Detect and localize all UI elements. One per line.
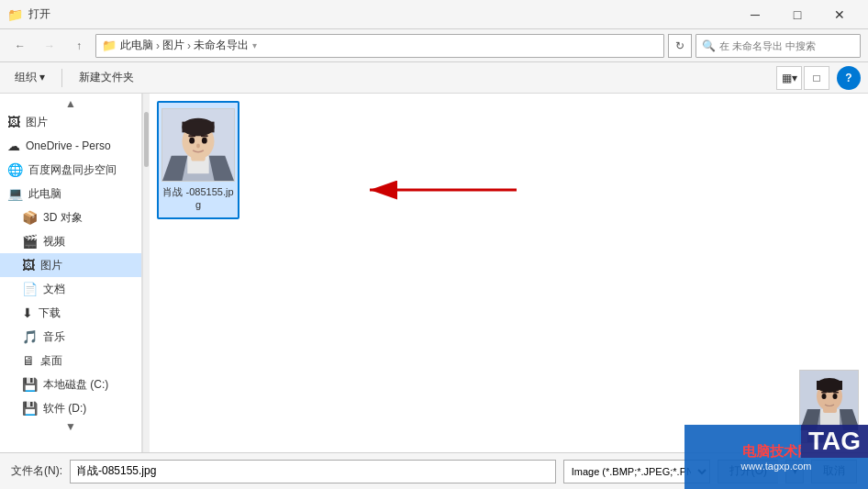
picture-icon: 🖼 — [22, 258, 35, 272]
sidebar-item-pictures2[interactable]: 🖼 图片 — [0, 253, 141, 277]
refresh-button[interactable]: ↻ — [668, 34, 692, 58]
sidebar-item-videos[interactable]: 🎬 视频 — [0, 229, 141, 253]
music-icon: 🎵 — [22, 329, 38, 344]
file-item[interactable]: 肖战 -085155.jpg — [157, 101, 239, 219]
3d-icon: 📦 — [22, 210, 38, 225]
file-grid: 肖战 -085155.jpg — [157, 101, 861, 219]
title-bar: 📁 打开 ─ □ ✕ — [0, 0, 868, 29]
maximize-button[interactable]: □ — [776, 0, 818, 29]
svg-point-13 — [196, 144, 200, 149]
disk-icon: 💾 — [22, 377, 38, 392]
sidebar-item-label: 3D 对象 — [43, 210, 134, 226]
sidebar-item-label: 图片 — [26, 115, 134, 130]
toolbar: 组织 ▾ 新建文件夹 ▦▾ □ ? — [0, 62, 868, 94]
svg-rect-12 — [201, 135, 208, 137]
sidebar-item-downloads[interactable]: ⬇ 下载 — [0, 301, 141, 325]
sidebar-item-label: 音乐 — [43, 329, 134, 345]
svg-point-10 — [202, 138, 207, 144]
sidebar-item-label: 桌面 — [40, 353, 134, 369]
svg-point-9 — [189, 138, 195, 144]
window-icon: 📁 — [7, 7, 23, 22]
onedrive-icon: ☁ — [7, 139, 20, 153]
sidebar-item-3dobjects[interactable]: 📦 3D 对象 — [0, 206, 141, 229]
drive-icon: 💾 — [22, 401, 38, 416]
address-bar: ← → ↑ 📁 此电脑 › 图片 › 未命名导出 ▾ ↻ 🔍 — [0, 29, 868, 62]
video-icon: 🎬 — [22, 234, 38, 249]
sidebar-item-label: OneDrive - Perso — [26, 139, 134, 152]
svg-rect-11 — [188, 135, 195, 137]
sidebar-item-software[interactable]: 💾 软件 (D:) — [0, 396, 141, 420]
thispc-icon: 💻 — [7, 186, 23, 201]
open-button[interactable]: 打开(O) — [718, 460, 778, 483]
address-box[interactable]: 📁 此电脑 › 图片 › 未命名导出 ▾ — [95, 34, 664, 58]
file-preview-svg — [162, 108, 234, 182]
sidebar-item-documents[interactable]: 📄 文档 — [0, 277, 141, 301]
sidebar-item-onedrive[interactable]: ☁ OneDrive - Perso — [0, 134, 141, 158]
preview-thumbnail — [799, 370, 859, 443]
search-icon: 🔍 — [702, 39, 716, 52]
svg-rect-8 — [182, 122, 214, 133]
file-thumbnail — [161, 108, 235, 182]
view-options-button[interactable]: ▦▾ — [776, 66, 802, 90]
sidebar-item-label: 文档 — [43, 282, 134, 297]
minimize-button[interactable]: ─ — [734, 0, 776, 29]
doc-icon: 📄 — [22, 282, 38, 296]
svg-point-25 — [822, 394, 827, 399]
close-button[interactable]: ✕ — [818, 0, 861, 29]
pane-button[interactable]: □ — [804, 66, 829, 90]
cancel-button[interactable]: 取消 — [811, 460, 857, 483]
breadcrumb-pictures: 图片 — [162, 38, 184, 53]
sidebar-item-thispc[interactable]: 💻 此电脑 — [0, 182, 141, 206]
sidebar-item-label: 软件 (D:) — [43, 401, 134, 417]
sidebar-item-music[interactable]: 🎵 音乐 — [0, 325, 141, 349]
desktop-icon: 🖥 — [22, 353, 35, 368]
pictures-icon: 🖼 — [7, 115, 20, 129]
breadcrumb-thispc: 此电脑 — [120, 38, 153, 53]
new-folder-button[interactable]: 新建文件夹 — [72, 66, 141, 90]
svg-rect-27 — [821, 392, 827, 394]
filename-label: 文件名(N): — [11, 463, 62, 479]
help-button[interactable]: ? — [837, 66, 861, 90]
sidebar-item-baidu[interactable]: 🌐 百度网盘同步空间 — [0, 158, 141, 182]
filename-input[interactable] — [70, 460, 556, 483]
download-icon: ⬇ — [22, 306, 33, 320]
baidu-icon: 🌐 — [7, 162, 23, 177]
sidebar-item-desktop[interactable]: 🖥 桌面 — [0, 349, 141, 372]
svg-rect-28 — [833, 392, 839, 394]
sidebar-item-localdisk[interactable]: 💾 本地磁盘 (C:) — [0, 372, 141, 396]
up-button[interactable]: ↑ — [66, 33, 92, 59]
svg-rect-24 — [817, 381, 842, 390]
open-dropdown-button[interactable]: ▾ — [785, 460, 804, 483]
main-area: ▲ 🖼 图片 ☁ OneDrive - Perso 🌐 百度网盘同步空间 💻 此… — [0, 94, 868, 452]
scrollbar-thumb[interactable] — [144, 112, 149, 167]
sidebar-item-label: 百度网盘同步空间 — [28, 162, 134, 178]
sidebar-item-label: 此电脑 — [28, 186, 134, 202]
window-controls: ─ □ ✕ — [734, 0, 861, 29]
window-title: 打开 — [28, 6, 734, 22]
toolbar-separator — [61, 69, 62, 87]
file-area: 肖战 -085155.jpg — [150, 94, 868, 452]
svg-point-26 — [833, 394, 838, 399]
sidebar-scroll-up[interactable]: ▲ — [0, 97, 141, 110]
file-name: 肖战 -085155.jpg — [162, 185, 234, 212]
search-box: 🔍 — [696, 34, 861, 58]
sidebar-scroll-down[interactable]: ▼ — [0, 420, 141, 433]
bottom-bar: 文件名(N): Image (*.BMP;*.JPEG;*.PNG;*.t 打开… — [0, 452, 868, 489]
forward-button[interactable]: → — [37, 33, 62, 59]
filetype-select[interactable]: Image (*.BMP;*.JPEG;*.PNG;*.t — [563, 460, 710, 483]
organize-button[interactable]: 组织 ▾ — [7, 66, 52, 90]
sidebar-item-pictures[interactable]: 🖼 图片 — [0, 110, 141, 134]
sidebar: ▲ 🖼 图片 ☁ OneDrive - Perso 🌐 百度网盘同步空间 💻 此… — [0, 94, 142, 452]
sidebar-scrollbar[interactable] — [142, 94, 150, 452]
back-button[interactable]: ← — [7, 33, 33, 59]
sidebar-item-label: 视频 — [43, 234, 134, 250]
sidebar-item-label: 图片 — [40, 258, 134, 273]
sidebar-item-label: 下载 — [39, 306, 134, 321]
breadcrumb-folder: 未命名导出 — [194, 38, 249, 53]
search-input[interactable] — [719, 40, 854, 51]
sidebar-item-label: 本地磁盘 (C:) — [43, 377, 134, 393]
